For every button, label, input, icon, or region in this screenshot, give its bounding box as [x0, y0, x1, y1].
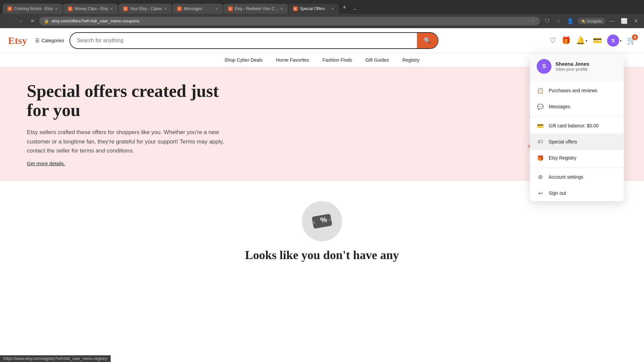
tab-close[interactable]: ✕	[164, 7, 167, 11]
registry-icon: 🎁	[537, 154, 544, 162]
tab-redeem[interactable]: E Etsy - Redeem Your C... ✕	[223, 4, 288, 14]
wallet-icon: 💳	[593, 36, 602, 45]
wallet-button[interactable]: 💳	[593, 36, 602, 45]
reload-button[interactable]: ✕	[28, 16, 37, 25]
tab-favicon: E	[68, 6, 72, 11]
address-bar[interactable]: 🔒 ☆	[39, 17, 540, 25]
close-button[interactable]: ✕	[632, 16, 640, 25]
status-bar: https://www.etsy.com/registry?ref=hdr_us…	[0, 355, 111, 362]
dropdown-item-giftcard[interactable]: 💳 Gift card balance: $0.00	[530, 118, 624, 134]
tab-favicon: E	[123, 6, 128, 11]
tab-favicon: E	[177, 6, 182, 11]
extension-button[interactable]: 🛡	[543, 17, 552, 25]
address-input[interactable]	[52, 18, 528, 23]
purchases-icon: 📋	[537, 87, 544, 94]
empty-state-title: Looks like you don't have any	[7, 248, 637, 262]
account-settings-icon: ⚙	[537, 173, 544, 181]
tab-label: Coloring Books - Etsy	[14, 6, 53, 11]
new-tab-button[interactable]: +	[339, 3, 350, 12]
tab-close[interactable]: ✕	[280, 7, 283, 11]
sign-out-label: Sign out	[549, 190, 566, 196]
search-button[interactable]: 🔍	[417, 33, 438, 48]
tab-money-clips[interactable]: E Money Clips - Etsy ✕	[63, 4, 118, 14]
search-input[interactable]	[70, 34, 417, 48]
address-bar-icons: ☆	[531, 18, 535, 24]
tab-label: Your Etsy - Cases	[130, 6, 162, 11]
dropdown-item-sign-out[interactable]: ↩ Sign out	[530, 185, 624, 201]
dropdown-profile-header[interactable]: S Sheena Jones View your profile	[530, 54, 624, 79]
bookmark-icon[interactable]: ☆	[531, 18, 535, 24]
tab-favicon: E	[228, 6, 233, 11]
purchases-label: Purchases and reviews	[549, 88, 597, 93]
search-bar[interactable]: 🔍	[69, 32, 438, 49]
user-dropdown: S Sheena Jones View your profile 📋 Purch…	[530, 54, 624, 201]
special-offers-label: Special offers	[549, 139, 577, 144]
lock-icon: 🔒	[44, 19, 49, 23]
tab-label: Special Offers	[300, 6, 325, 11]
gift-icon: 🎁	[561, 36, 571, 45]
user-dropdown-arrow: ▾	[620, 39, 622, 43]
header-icons: ♡ 🎁 🔔 ▾ 💳 S ▾ 🛒 3	[549, 35, 636, 47]
dropdown-item-special-offers[interactable]: 🏷 Special offers	[530, 134, 624, 150]
nav-shop-cyber-deals[interactable]: Shop Cyber Deals	[224, 57, 263, 63]
tab-close[interactable]: ✕	[110, 7, 113, 11]
nav-registry[interactable]: Registry	[402, 57, 420, 63]
search-icon: 🔍	[424, 37, 431, 44]
bookmark-button[interactable]: ☆	[554, 16, 563, 25]
dropdown-item-purchases[interactable]: 📋 Purchases and reviews	[530, 82, 624, 99]
tab-close[interactable]: ✕	[215, 7, 218, 11]
dropdown-avatar: S	[537, 59, 551, 74]
tab-favicon: E	[7, 6, 12, 11]
user-menu-button[interactable]: S ▾	[607, 35, 622, 47]
special-offers-icon: 🏷	[537, 138, 544, 145]
incognito-icon: 🕵	[581, 19, 586, 23]
dropdown-divider-2	[530, 116, 624, 116]
dropdown-profile-link: View your profile	[555, 67, 589, 72]
categories-button[interactable]: ☰ Categories	[35, 38, 64, 43]
gift-button[interactable]: 🎁	[561, 36, 571, 45]
tab-close[interactable]: ✕	[55, 7, 58, 11]
tab-special-offers[interactable]: E Special Offers ✕	[288, 4, 339, 14]
incognito-label: Incognito	[587, 19, 602, 23]
tab-close[interactable]: ✕	[331, 7, 334, 11]
hero-details-link[interactable]: Get more details.	[27, 161, 65, 166]
messages-label: Messages	[549, 104, 570, 109]
forward-button[interactable]: →	[16, 17, 25, 25]
dropdown-user-info: Sheena Jones View your profile	[555, 61, 589, 72]
nav-home-favorites[interactable]: Home Favorites	[276, 57, 309, 63]
dropdown-item-registry[interactable]: 🎁 Etsy Registry	[530, 150, 624, 166]
bell-icon: 🔔	[576, 36, 585, 45]
etsy-header: Etsy ☰ Categories 🔍 ♡ 🎁 🔔 ▾ 💳	[0, 28, 644, 53]
user-avatar: S	[607, 35, 619, 47]
coupon-icon-circle: %	[302, 201, 342, 241]
tab-coloring-books[interactable]: E Coloring Books - Etsy ✕	[3, 4, 62, 14]
tab-overflow-button[interactable]: ⌄	[350, 4, 360, 12]
back-button[interactable]: ←	[4, 17, 13, 25]
maximize-button[interactable]: ⬜	[619, 16, 630, 25]
account-settings-label: Account settings	[549, 174, 583, 180]
nav-gift-guides[interactable]: Gift Guides	[365, 57, 389, 63]
browser-toolbar: ← → ✕ 🔒 ☆ 🛡 ☆ 👤 🕵 Incognito — ⬜ ✕	[0, 14, 644, 28]
etsy-logo[interactable]: Etsy	[8, 35, 27, 46]
dropdown-item-account-settings[interactable]: ⚙ Account settings	[530, 169, 624, 185]
notifications-button[interactable]: 🔔 ▾	[576, 36, 587, 45]
status-url: https://www.etsy.com/registry?ref=hdr_us…	[3, 356, 107, 361]
dropdown-item-messages[interactable]: 💬 Messages	[530, 99, 624, 115]
tab-label: Messages	[184, 6, 202, 11]
registry-label: Etsy Registry	[549, 155, 576, 161]
hero-title: Special offers created just for you	[27, 81, 228, 120]
profile-button[interactable]: 👤	[565, 16, 576, 25]
nav-fashion-finds[interactable]: Fashion Finds	[323, 57, 352, 63]
dropdown-username: Sheena Jones	[555, 61, 589, 67]
incognito-badge: 🕵 Incognito	[578, 18, 605, 24]
cart-button[interactable]: 🛒 3	[627, 36, 636, 45]
minimize-button[interactable]: —	[607, 17, 617, 25]
tab-label: Etsy - Redeem Your C...	[235, 6, 278, 11]
browser-chrome: E Coloring Books - Etsy ✕ E Money Clips …	[0, 0, 644, 28]
categories-label: Categories	[42, 38, 64, 43]
wishlist-button[interactable]: ♡	[549, 36, 556, 45]
tab-your-etsy[interactable]: E Your Etsy - Cases ✕	[118, 4, 172, 14]
tab-messages[interactable]: E Messages ✕	[172, 4, 223, 14]
heart-icon: ♡	[549, 36, 556, 45]
tab-label: Money Clips - Etsy	[74, 6, 108, 11]
